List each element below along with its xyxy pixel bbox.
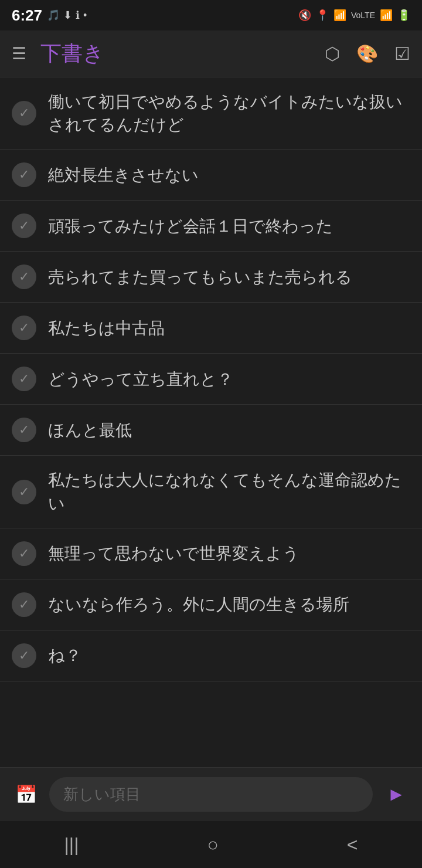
checkbox[interactable]: ✓ (12, 265, 36, 289)
item-text: ね？ (48, 644, 410, 667)
info-icon: ℹ (76, 9, 80, 22)
status-bar-left: 6:27 🎵 ⬇ ℹ • (12, 6, 87, 25)
item-text: ほんと最低 (48, 419, 410, 442)
download-icon: ⬇ (63, 9, 72, 22)
list-container: ✓ 働いて初日でやめるようなバイトみたいな扱いされてるんだけど ✓ 絶対長生きさ… (0, 77, 422, 767)
checkbox[interactable]: ✓ (12, 316, 36, 340)
music-icon: 🎵 (47, 9, 60, 22)
status-icons: 🎵 ⬇ ℹ • (47, 9, 87, 22)
list-item[interactable]: ✓ どうやって立ち直れと？ (0, 354, 422, 405)
send-icon: ► (387, 784, 406, 805)
check-icon: ✓ (19, 320, 29, 335)
wifi-icon: 📶 (333, 9, 346, 22)
item-text: 売られてまた買ってもらいまた売られる (48, 266, 410, 289)
bottom-bar: 📅 ► (0, 767, 422, 821)
check-icon: ✓ (19, 597, 29, 612)
check-icon: ✓ (19, 371, 29, 386)
status-bar-right: 🔇 📍 📶 VoLTE 📶 🔋 (298, 9, 410, 22)
status-bar: 6:27 🎵 ⬇ ℹ • 🔇 📍 📶 VoLTE 📶 🔋 (0, 0, 422, 30)
list-item[interactable]: ✓ 絶対長生きさせない (0, 150, 422, 201)
item-text: 絶対長生きさせない (48, 164, 410, 187)
calendar-icon-wrap[interactable]: 📅 (12, 781, 40, 809)
nav-bar: ||| ○ < (0, 821, 422, 868)
item-text: ないなら作ろう。外に人間の生きる場所 (48, 593, 410, 616)
list-item[interactable]: ✓ 売られてまた買ってもらいまた売られる (0, 252, 422, 303)
list-item[interactable]: ✓ ないなら作ろう。外に人間の生きる場所 (0, 579, 422, 630)
checkbox[interactable]: ✓ (12, 592, 36, 617)
list-item[interactable]: ✓ 私たちは大人になれなくてもそんな運命認めたい (0, 456, 422, 528)
send-button[interactable]: ► (382, 779, 410, 810)
checkbox[interactable]: ✓ (12, 101, 36, 126)
palette-icon[interactable]: 🎨 (356, 43, 378, 64)
list-item[interactable]: ✓ ね？ (0, 630, 422, 681)
item-text: 私たちは中古品 (48, 317, 410, 340)
checkbox[interactable]: ✓ (12, 418, 36, 442)
recent-apps-button[interactable]: ||| (47, 828, 97, 862)
tag-icon[interactable]: ⬡ (325, 43, 340, 64)
location-icon: 📍 (316, 9, 329, 22)
status-time: 6:27 (12, 6, 42, 25)
item-text: 頑張ってみたけど会話１日で終わった (48, 215, 410, 238)
calendar-icon[interactable]: 📅 (15, 784, 37, 805)
back-button[interactable]: < (329, 828, 376, 862)
checkbox[interactable]: ✓ (12, 643, 36, 668)
checkbox[interactable]: ✓ (12, 480, 36, 504)
item-text: 働いて初日でやめるようなバイトみたいな扱いされてるんだけど (48, 90, 410, 136)
check-icon: ✓ (19, 106, 29, 121)
list-item[interactable]: ✓ 働いて初日でやめるようなバイトみたいな扱いされてるんだけど (0, 77, 422, 150)
checkbox[interactable]: ✓ (12, 367, 36, 391)
list-item[interactable]: ✓ 頑張ってみたけど会話１日で終わった (0, 201, 422, 252)
app-bar-icons: ⬡ 🎨 ☑ (325, 43, 410, 64)
check-icon: ✓ (19, 422, 29, 438)
checklist-icon[interactable]: ☑ (394, 43, 410, 64)
menu-icon[interactable]: ☰ (12, 44, 26, 63)
check-icon: ✓ (19, 484, 29, 500)
page-title: 下書き (40, 39, 311, 68)
item-text: 私たちは大人になれなくてもそんな運命認めたい (48, 469, 410, 514)
check-icon: ✓ (19, 218, 29, 233)
list-item[interactable]: ✓ 私たちは中古品 (0, 303, 422, 354)
check-icon: ✓ (19, 167, 29, 182)
mute-icon: 🔇 (298, 9, 311, 22)
item-text: どうやって立ち直れと？ (48, 368, 410, 391)
checkbox[interactable]: ✓ (12, 541, 36, 566)
new-item-input[interactable] (49, 777, 373, 812)
item-text: 無理って思わないで世界変えよう (48, 542, 410, 565)
check-icon: ✓ (19, 546, 29, 561)
home-button[interactable]: ○ (189, 828, 236, 862)
signal-icon: 📶 (380, 9, 393, 22)
battery-icon: 🔋 (397, 9, 410, 22)
check-icon: ✓ (19, 648, 29, 663)
app-bar: ☰ 下書き ⬡ 🎨 ☑ (0, 30, 422, 77)
dot-icon: • (83, 9, 87, 22)
checkbox[interactable]: ✓ (12, 213, 36, 238)
volte-label: VoLTE (351, 11, 375, 20)
list-item[interactable]: ✓ ほんと最低 (0, 405, 422, 456)
check-icon: ✓ (19, 269, 29, 284)
list-item[interactable]: ✓ 無理って思わないで世界変えよう (0, 528, 422, 579)
checkbox[interactable]: ✓ (12, 162, 36, 187)
